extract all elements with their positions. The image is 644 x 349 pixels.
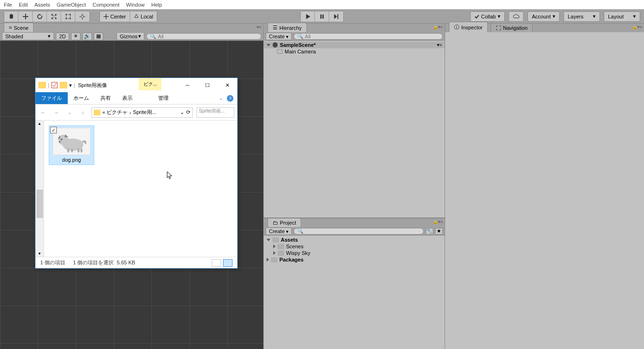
- dropdown-arrow-icon[interactable]: ⌄: [180, 109, 184, 115]
- address-bar[interactable]: « ピクチャ › Sprite用... ⌄ ⟳: [91, 107, 193, 118]
- menu-component[interactable]: Component: [92, 2, 119, 8]
- breadcrumb-separator: ›: [129, 110, 131, 115]
- 2d-toggle[interactable]: 2D: [56, 33, 69, 40]
- menu-file[interactable]: File: [4, 2, 12, 8]
- explorer-ribbon: ファイル ホーム 共有 表示 管理 ⌄ ?: [36, 92, 237, 105]
- ribbon-share-tab[interactable]: 共有: [95, 92, 116, 104]
- gizmos-dropdown[interactable]: Gizmos▾: [116, 32, 144, 40]
- shading-mode[interactable]: Shaded▾: [2, 32, 54, 40]
- pivot-local-button[interactable]: Local: [130, 11, 157, 22]
- picture-tools-tab[interactable]: ピク...: [139, 78, 161, 90]
- pivot-center-label: Center: [110, 14, 126, 19]
- ribbon-file-tab[interactable]: ファイル: [36, 92, 68, 104]
- nav-forward-button[interactable]: →: [52, 110, 61, 115]
- rect-tool[interactable]: [61, 11, 75, 22]
- project-packages-row[interactable]: Packages: [264, 256, 445, 263]
- pivot-center-button[interactable]: Center: [100, 11, 130, 22]
- shading-label: Shaded: [5, 34, 23, 39]
- step-button[interactable]: [329, 11, 343, 22]
- play-button[interactable]: [301, 11, 315, 22]
- menu-assets[interactable]: Assets: [35, 2, 50, 8]
- project-panel: 🗀 Project 🔒▾≡ Create ▾ 🔍 🔧 ★ Assets: [264, 218, 445, 349]
- nav-recent-button[interactable]: ⌄: [65, 110, 74, 115]
- menu-help[interactable]: Help: [151, 2, 162, 8]
- thumbnails-view-button[interactable]: [223, 259, 233, 267]
- layout-button[interactable]: Layout▾: [604, 11, 640, 22]
- project-filter-icon[interactable]: 🔧: [426, 228, 433, 235]
- scene-menu-icon[interactable]: ▾≡: [437, 43, 442, 47]
- scene-tabbar: ⌗ Scene ▾≡: [0, 24, 263, 32]
- fx-toggle[interactable]: ▦: [94, 33, 103, 40]
- audio-toggle[interactable]: 🔊: [82, 33, 92, 40]
- help-icon[interactable]: ?: [227, 95, 233, 102]
- hand-tool[interactable]: [4, 11, 18, 22]
- menu-window[interactable]: Window: [126, 2, 144, 8]
- nav-back-button[interactable]: ←: [38, 110, 48, 115]
- project-create-button[interactable]: Create ▾: [266, 227, 292, 235]
- scene-search[interactable]: 🔍All: [146, 33, 261, 40]
- ribbon-home-tab[interactable]: ホーム: [68, 92, 95, 104]
- details-view-button[interactable]: [212, 259, 221, 267]
- project-folder-row[interactable]: Wispy Sky: [264, 250, 445, 256]
- lighting-toggle[interactable]: ☀: [71, 33, 80, 40]
- menu-edit[interactable]: Edit: [19, 2, 28, 8]
- breadcrumb-part[interactable]: « ピクチャ: [102, 109, 127, 116]
- explorer-titlebar[interactable]: | ▾ | Sprite用画像 ピク... ─ ☐ ✕: [36, 78, 237, 92]
- search-icon: 🔍: [297, 33, 304, 39]
- hierarchy-create-button[interactable]: Create ▾: [266, 33, 292, 40]
- collab-button[interactable]: Collab▾: [470, 11, 505, 22]
- svg-point-6: [105, 16, 107, 17]
- breadcrumb-part[interactable]: Sprite用...: [133, 109, 156, 116]
- ribbon-view-tab[interactable]: 表示: [116, 92, 138, 104]
- panel-options[interactable]: 🔒▾≡: [632, 25, 642, 29]
- pivot-group: Center Local: [99, 11, 157, 22]
- minimize-button[interactable]: ─: [178, 79, 197, 92]
- panel-options[interactable]: 🔒▾≡: [433, 25, 443, 29]
- maximize-button[interactable]: ☐: [197, 79, 217, 92]
- hierarchy-tab[interactable]: ☰ Hierarchy: [268, 23, 307, 32]
- project-tab[interactable]: 🗀 Project: [268, 218, 301, 227]
- pause-button[interactable]: [315, 11, 329, 22]
- explorer-navbar: ← → ⌄ ↑ « ピクチャ › Sprite用... ⌄ ⟳ Sprite用画…: [36, 105, 237, 121]
- layout-label: Layout: [608, 14, 624, 19]
- file-checkbox[interactable]: ✓: [50, 127, 57, 133]
- layers-button[interactable]: Layers▾: [564, 11, 600, 22]
- move-tool[interactable]: [18, 11, 33, 22]
- ribbon-manage-tab[interactable]: 管理: [152, 92, 174, 104]
- explorer-scrollbar[interactable]: ▲ ▼: [36, 121, 44, 257]
- local-icon: [134, 14, 139, 19]
- hierarchy-scene-row[interactable]: SampleScene* ▾≡: [264, 42, 445, 48]
- inspector-tabbar: ⓘ Inspector ⛶ Navigation 🔒▾≡: [445, 24, 644, 32]
- project-assets-row[interactable]: Assets: [264, 236, 445, 243]
- scroll-thumb[interactable]: [36, 190, 43, 218]
- explorer-search[interactable]: Sprite用画...: [197, 107, 234, 118]
- search-placeholder: All: [305, 34, 311, 39]
- explorer-files[interactable]: ✓ dog.png: [44, 121, 237, 257]
- expand-icon: [267, 44, 270, 46]
- hierarchy-item[interactable]: Main Camera: [264, 48, 445, 55]
- scroll-down-icon[interactable]: ▼: [36, 252, 44, 256]
- svg-rect-0: [66, 14, 70, 18]
- panel-options[interactable]: ▾≡: [257, 25, 261, 29]
- refresh-icon[interactable]: ⟳: [186, 109, 190, 115]
- close-button[interactable]: ✕: [217, 79, 237, 92]
- cloud-button[interactable]: [509, 11, 524, 22]
- scroll-up-icon[interactable]: ▲: [36, 121, 44, 126]
- expand-ribbon-icon[interactable]: ⌄: [219, 95, 223, 101]
- hierarchy-search[interactable]: 🔍All: [294, 33, 443, 40]
- menu-gameobject[interactable]: GameObject: [57, 2, 86, 8]
- file-item[interactable]: ✓ dog.png: [49, 125, 94, 165]
- project-favorites-icon[interactable]: ★: [435, 228, 443, 235]
- panel-options[interactable]: 🔒▾≡: [433, 219, 443, 224]
- inspector-tab[interactable]: ⓘ Inspector: [449, 22, 488, 32]
- scene-tab[interactable]: ⌗ Scene: [4, 23, 34, 32]
- project-tab-label: Project: [280, 220, 296, 226]
- project-search[interactable]: 🔍: [294, 228, 424, 235]
- scale-tool[interactable]: [47, 11, 61, 22]
- project-folder-row[interactable]: Scenes: [264, 243, 445, 250]
- rotate-tool[interactable]: [33, 11, 47, 22]
- account-button[interactable]: Account▾: [528, 11, 560, 22]
- navigation-tab[interactable]: ⛶ Navigation: [491, 23, 533, 32]
- nav-up-button[interactable]: ↑: [78, 110, 88, 115]
- transform-tool[interactable]: [75, 11, 89, 22]
